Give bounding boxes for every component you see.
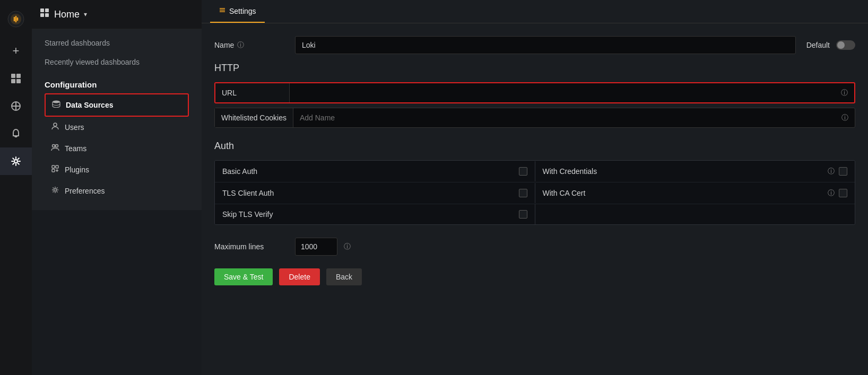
tls-client-auth-checkbox[interactable] xyxy=(519,189,527,197)
svg-rect-3 xyxy=(11,79,15,83)
back-button[interactable]: Back xyxy=(326,268,362,285)
name-label: Name ⓘ xyxy=(214,40,289,50)
settings-tab-label: Settings xyxy=(229,7,256,15)
tls-client-auth-cell: TLS Client Auth xyxy=(215,183,535,203)
auth-row-3: Skip TLS Verify xyxy=(215,204,855,224)
data-sources-label: Data Sources xyxy=(66,101,113,109)
explore-icon[interactable] xyxy=(0,92,32,120)
home-caret[interactable]: ▾ xyxy=(84,11,87,18)
plugins-item[interactable]: Plugins xyxy=(45,159,189,180)
teams-label: Teams xyxy=(65,144,86,153)
svg-point-19 xyxy=(56,145,58,147)
users-label: Users xyxy=(65,123,84,132)
skip-tls-right-empty xyxy=(535,208,855,220)
cookies-row: Whitelisted Cookies ⓘ xyxy=(214,108,855,128)
with-ca-cert-cell: With CA Cert ⓘ xyxy=(535,182,855,204)
tabs-bar: Settings xyxy=(202,0,868,23)
max-lines-info-icon[interactable]: ⓘ xyxy=(344,242,351,251)
cookies-input[interactable] xyxy=(293,108,835,127)
delete-button[interactable]: Delete xyxy=(279,268,319,285)
preferences-item[interactable]: Preferences xyxy=(45,180,189,202)
auth-title: Auth xyxy=(214,141,855,152)
basic-auth-label: Basic Auth xyxy=(222,167,515,176)
dashboards-icon[interactable] xyxy=(0,65,32,92)
grafana-logo[interactable] xyxy=(0,5,32,33)
with-credentials-cell: With Credentials ⓘ xyxy=(535,161,855,182)
settings-tab[interactable]: Settings xyxy=(210,0,265,23)
url-info-icon[interactable]: ⓘ xyxy=(835,88,854,98)
configuration-title: Configuration xyxy=(45,80,189,89)
users-item[interactable]: Users xyxy=(45,117,189,138)
teams-item[interactable]: Teams xyxy=(45,138,189,159)
data-sources-icon xyxy=(52,100,60,110)
buttons-row: Save & Test Delete Back xyxy=(214,268,855,285)
http-title: HTTP xyxy=(214,63,855,74)
topbar: Home ▾ xyxy=(32,0,202,29)
with-credentials-info-icon[interactable]: ⓘ xyxy=(828,167,835,176)
users-icon xyxy=(51,122,59,133)
svg-rect-4 xyxy=(16,79,21,83)
with-ca-cert-checkbox[interactable] xyxy=(839,189,847,197)
svg-rect-2 xyxy=(16,74,21,78)
left-panel: Home ▾ Starred dashboards Recently viewe… xyxy=(32,0,202,375)
svg-point-23 xyxy=(54,189,57,191)
name-info-icon[interactable]: ⓘ xyxy=(237,40,244,50)
add-icon[interactable]: + xyxy=(0,37,32,65)
cookies-label: Whitelisted Cookies xyxy=(215,108,293,127)
svg-rect-15 xyxy=(45,13,49,17)
svg-rect-14 xyxy=(40,13,44,17)
recently-viewed-item[interactable]: Recently viewed dashboards xyxy=(32,53,202,72)
with-credentials-label: With Credentials xyxy=(543,167,824,176)
max-lines-input[interactable] xyxy=(295,238,337,256)
right-panel: Settings Name ⓘ Default HTTP URL xyxy=(202,0,868,375)
alerting-icon[interactable] xyxy=(0,120,32,147)
svg-point-11 xyxy=(14,160,18,163)
svg-rect-22 xyxy=(52,169,55,172)
plugins-icon xyxy=(51,164,59,175)
svg-rect-13 xyxy=(45,8,49,12)
starred-dashboards-item[interactable]: Starred dashboards xyxy=(32,33,202,53)
url-label: URL xyxy=(215,83,290,102)
svg-point-18 xyxy=(53,145,55,147)
url-input[interactable] xyxy=(290,83,835,102)
svg-point-17 xyxy=(54,123,57,126)
plugins-label: Plugins xyxy=(65,165,89,174)
max-lines-label: Maximum lines xyxy=(214,242,289,251)
url-row: URL ⓘ xyxy=(214,82,855,103)
auth-table: Basic Auth With Credentials ⓘ TLS Client… xyxy=(214,160,855,225)
default-label: Default xyxy=(806,41,830,49)
sidebar-icons: + xyxy=(0,0,32,375)
name-input[interactable] xyxy=(295,36,796,54)
auth-section: Auth Basic Auth With Credentials ⓘ xyxy=(214,141,855,225)
svg-rect-1 xyxy=(11,74,15,78)
settings-form: Name ⓘ Default HTTP URL ⓘ Whitelisted xyxy=(202,23,868,298)
skip-tls-cell: Skip TLS Verify xyxy=(215,204,535,224)
tls-client-auth-label: TLS Client Auth xyxy=(222,189,515,197)
max-lines-row: Maximum lines ⓘ xyxy=(214,238,855,256)
grid-icon xyxy=(40,8,50,21)
dropdown-menu: Starred dashboards Recently viewed dashb… xyxy=(32,29,202,210)
default-toggle[interactable] xyxy=(836,40,855,50)
configuration-section: Configuration Data Sources xyxy=(32,72,202,206)
skip-tls-checkbox[interactable] xyxy=(519,210,527,219)
preferences-icon xyxy=(51,186,59,196)
configuration-icon[interactable] xyxy=(0,147,32,175)
svg-rect-12 xyxy=(40,8,44,12)
data-sources-item[interactable]: Data Sources xyxy=(45,93,189,117)
basic-auth-checkbox[interactable] xyxy=(519,167,527,176)
auth-row-1: Basic Auth With Credentials ⓘ xyxy=(215,161,855,182)
with-credentials-checkbox[interactable] xyxy=(839,167,847,176)
name-row: Name ⓘ Default xyxy=(214,36,855,54)
skip-tls-label: Skip TLS Verify xyxy=(222,210,515,219)
cookies-info-icon[interactable]: ⓘ xyxy=(835,113,855,123)
main-content: Home ▾ Starred dashboards Recently viewe… xyxy=(32,0,868,375)
basic-auth-cell: Basic Auth xyxy=(215,161,535,181)
with-ca-cert-label: With CA Cert xyxy=(543,189,824,197)
save-test-button[interactable]: Save & Test xyxy=(214,268,273,285)
settings-tab-icon xyxy=(219,6,226,15)
with-ca-cert-info-icon[interactable]: ⓘ xyxy=(828,188,835,198)
home-title[interactable]: Home xyxy=(54,9,80,20)
svg-rect-20 xyxy=(52,165,55,168)
http-section: HTTP URL ⓘ Whitelisted Cookies ⓘ xyxy=(214,63,855,128)
auth-row-2: TLS Client Auth With CA Cert ⓘ xyxy=(215,182,855,204)
